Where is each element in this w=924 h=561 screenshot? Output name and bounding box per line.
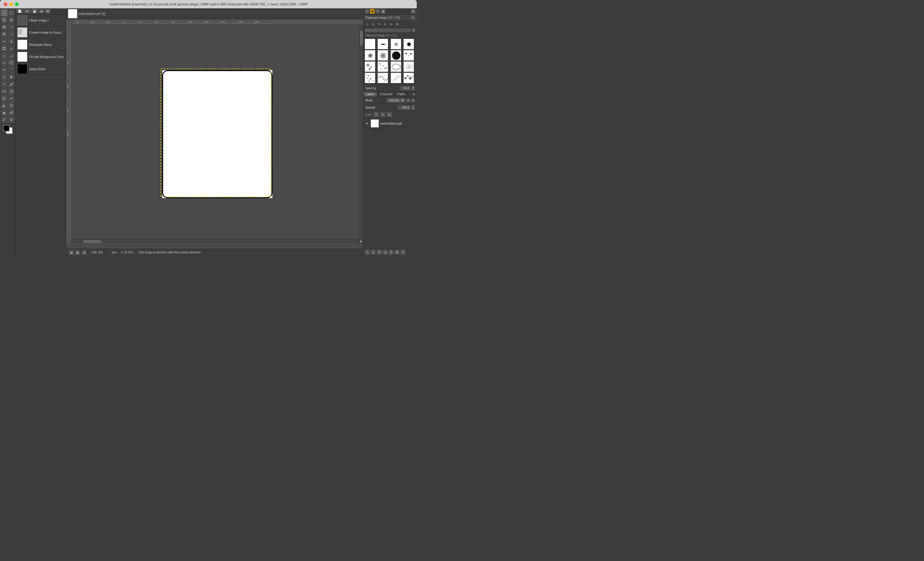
spacing-down-button[interactable]: ▼ (411, 88, 415, 90)
brush-cell-9[interactable] (364, 61, 375, 72)
delete-brush-button[interactable]: ✕ (382, 21, 388, 27)
refresh-brush-button[interactable]: ↻ (388, 21, 394, 27)
spacing-input[interactable] (400, 86, 411, 90)
measure-tool[interactable]: ⊣ (8, 31, 15, 37)
brushes-expand-button[interactable]: ▾ (411, 15, 415, 19)
by-color-select-tool[interactable] (1, 24, 8, 30)
expand-tab[interactable]: ⊞ (45, 9, 51, 13)
raise-layer-button[interactable]: ▲ (370, 250, 376, 255)
panel-pattern-button[interactable]: ▦ (381, 9, 386, 14)
lock-pixels-button[interactable]: ✎ (374, 112, 379, 117)
free-select-tool[interactable] (1, 16, 8, 23)
panel-expand-button[interactable]: ≡ (364, 9, 369, 14)
text-tool[interactable]: A (1, 74, 8, 80)
swap-colors-icon[interactable]: ⇆ (11, 130, 13, 133)
image-close-button[interactable]: × (102, 12, 106, 16)
brush-cell-12[interactable] (404, 61, 414, 72)
tab-layers[interactable]: Layers (363, 91, 378, 97)
panel-expand2-button[interactable]: ⊞ (411, 9, 416, 14)
brush-cell-10[interactable] (378, 61, 388, 72)
color-indicator[interactable]: ⇆ (2, 125, 14, 134)
document-canvas[interactable] (162, 70, 272, 198)
panel-text-button[interactable]: A (375, 9, 380, 14)
brush-settings-button[interactable]: ⚙ (394, 21, 400, 27)
new-from-visible-button[interactable]: ⎘ (388, 250, 394, 255)
foreground-color[interactable] (3, 125, 9, 132)
warp-transform-tool[interactable] (1, 67, 8, 73)
history-item-fill[interactable]: Fill with Background Color (15, 51, 66, 63)
mybrush-tool[interactable] (8, 117, 15, 123)
nav-back-button[interactable]: ◀ (69, 250, 74, 255)
canvas-zoom[interactable]: ⧖ 33.3% ▾ (121, 251, 134, 254)
layer-mode-select[interactable]: Normal Multiply Screen (386, 98, 405, 103)
panel-color-button[interactable]: ■ (370, 9, 375, 14)
brush-cell-5[interactable] (364, 50, 375, 61)
paintbrush-tool[interactable] (8, 81, 15, 87)
move-tool[interactable]: ✛ (1, 38, 8, 45)
history-item-grayscale[interactable]: ▒▒▒▒▒ ▒▒▒▒▒ ▒▒▒▒▒ Convert Image to Grays… (15, 27, 66, 39)
tag-tab[interactable]: 🏷 (24, 9, 30, 13)
blend-tool[interactable]: ▦ (1, 109, 8, 116)
brush-cell-3[interactable] (390, 39, 401, 49)
duplicate-brush-button[interactable]: ⎘ (370, 21, 376, 27)
delete-layer-button[interactable]: ✕ (400, 250, 406, 255)
scale-tool[interactable]: ⤢ (1, 52, 8, 59)
brush-cell-8[interactable]: ★ • ⬟ (404, 50, 414, 61)
color-tab[interactable]: ■ (39, 9, 44, 13)
merge-layers-button[interactable]: ⊞ (394, 250, 400, 255)
color-picker-tool[interactable] (8, 109, 15, 116)
cage-transform-tool[interactable] (8, 60, 15, 66)
ellipse-select-tool[interactable]: ◯ (8, 9, 15, 16)
ink-tool[interactable] (1, 117, 8, 123)
lower-layer-button[interactable]: ▼ (376, 250, 382, 255)
airbrush-tool[interactable] (8, 88, 15, 94)
eraser-tool[interactable] (1, 88, 8, 94)
clone-tool[interactable] (1, 95, 8, 102)
close-button[interactable] (4, 2, 8, 6)
layer-mode-legacy-button[interactable]: ↺ (406, 99, 410, 103)
tab-paths[interactable]: Paths (395, 91, 408, 97)
rect-select-tool[interactable]: ▭ (1, 9, 8, 16)
edit-brush-button[interactable]: ✎ (376, 21, 382, 27)
canvas-viewport[interactable] (72, 25, 363, 243)
history-item-rect-select[interactable]: Rectangle Select (15, 39, 66, 51)
horizontal-scrollbar[interactable] (72, 239, 363, 243)
opacity-down-button[interactable]: ▼ (411, 108, 415, 110)
scrollbar-thumb-h[interactable] (83, 240, 101, 243)
layer-mode-extra-button[interactable]: ▾ (411, 99, 415, 103)
lock-position-button[interactable]: ✛ (380, 112, 386, 117)
brush-cell-11[interactable] (390, 61, 401, 72)
fuzzy-select-tool[interactable] (8, 16, 15, 23)
rotate-tool[interactable]: ↻ (8, 45, 15, 52)
opacity-up-button[interactable]: ▲ (411, 105, 415, 108)
nav-print-button[interactable]: 🖨 (82, 250, 87, 255)
minimize-button[interactable] (9, 2, 13, 6)
perspective-tool[interactable]: ⊿ (8, 52, 15, 59)
brush-cell-7[interactable] (390, 50, 401, 61)
brush-cell-4[interactable] (404, 39, 414, 49)
save-tab[interactable]: 💾 (31, 9, 38, 13)
brush-filter-dropdown[interactable]: ▾ (412, 28, 416, 33)
brush-cell-16[interactable] (404, 73, 414, 83)
brush-filter-input[interactable] (364, 28, 411, 33)
paths-tool[interactable]: ⌒ (8, 67, 15, 73)
doc-tab[interactable]: 📄 (16, 9, 23, 13)
brush-cell-1[interactable] (364, 39, 375, 49)
pencil-tool[interactable]: ✏ (1, 81, 8, 87)
brush-cell-15[interactable] (390, 73, 401, 83)
history-item-select-none[interactable]: Select None (15, 63, 66, 75)
brush-cell-13[interactable] (364, 73, 375, 83)
dodge-burn-tool[interactable]: ◐ (1, 102, 8, 109)
flip-tool[interactable]: ⇔ (1, 60, 8, 66)
spacing-up-button[interactable]: ▲ (411, 86, 415, 88)
zoom-tool[interactable] (1, 31, 8, 37)
scissors-select-tool[interactable]: ✄ (8, 24, 15, 30)
history-item-base[interactable]: [ Base Image ] (15, 14, 66, 27)
crop-tool[interactable] (1, 45, 8, 52)
heal-tool[interactable] (8, 74, 15, 80)
brush-cell-6[interactable] (378, 50, 388, 61)
layers-expand-button[interactable]: ⊞ (411, 91, 417, 97)
smudge-tool[interactable] (8, 95, 15, 102)
layer-item-0[interactable]: 👁 switchAdded.pdf (363, 118, 417, 129)
vertical-scrollbar[interactable]: ▶ (359, 25, 363, 243)
